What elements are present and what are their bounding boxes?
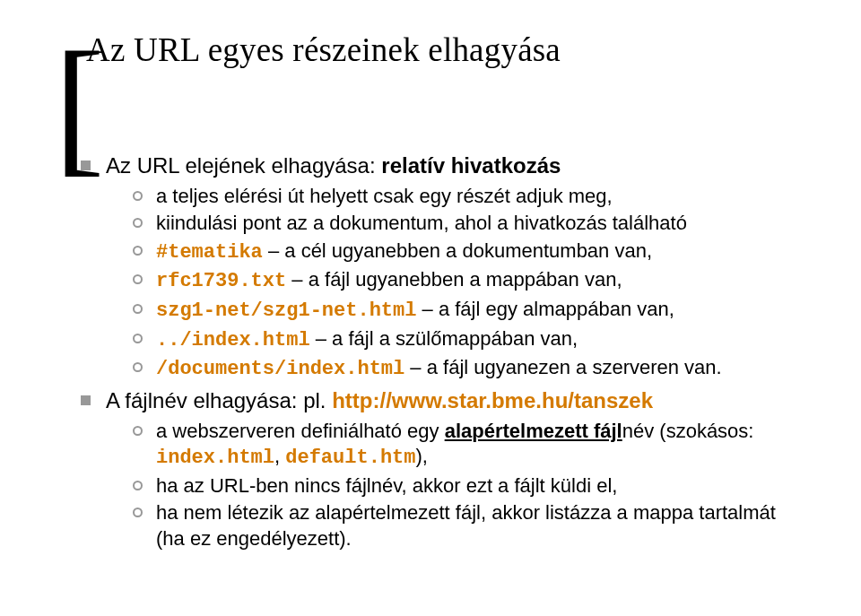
- sub-item: ../index.html – a fájl a szülőmappában v…: [133, 326, 807, 354]
- sub-item: rfc1739.txt – a fájl ugyanebben a mappáb…: [133, 267, 807, 295]
- text-bold: relatív hivatkozás: [381, 153, 561, 178]
- sub-item: a webszerveren definiálható egy alapérte…: [133, 419, 807, 472]
- text: A fájlnév elhagyása: pl.: [106, 388, 332, 412]
- sub-item: szg1-net/szg1-net.html – a fájl egy alma…: [133, 297, 807, 325]
- text: – a fájl a szülőmappában van,: [310, 327, 578, 350]
- url-example: http://www.star.bme.hu/tanszek: [332, 388, 653, 412]
- content-list: Az URL elejének elhagyása: relatív hivat…: [81, 152, 807, 551]
- text: ,: [274, 445, 285, 467]
- code-fragment: default.htm: [285, 447, 415, 469]
- sub-item: #tematika – a cél ugyanebben a dokumentu…: [133, 239, 807, 266]
- code-fragment: rfc1739.txt: [156, 270, 286, 292]
- text: – a cél ugyanebben a dokumentumban van,: [263, 239, 652, 262]
- sub-item: ha nem létezik az alapértelmezett fájl, …: [133, 500, 807, 551]
- slide: [ Az URL egyes részeinek elhagyása Az UR…: [0, 0, 861, 551]
- text: ha nem létezik az alapértelmezett fájl, …: [156, 501, 776, 550]
- title-wrap: [ Az URL egyes részeinek elhagyása: [54, 25, 807, 132]
- code-fragment: ../index.html: [156, 329, 310, 351]
- code-fragment: index.html: [156, 447, 274, 469]
- text: kiindulási pont az a dokumentum, ahol a …: [156, 212, 687, 234]
- bracket-decoration: [: [54, 52, 93, 159]
- text: ),: [416, 445, 428, 467]
- code-fragment: /documents/index.html: [156, 358, 404, 380]
- sublist-relative: a teljes elérési út helyett csak egy rés…: [106, 184, 807, 383]
- text: – a fájl ugyanezen a szerveren van.: [404, 356, 721, 378]
- code-fragment: szg1-net/szg1-net.html: [156, 299, 416, 322]
- sub-item: /documents/index.html – a fájl ugyanezen…: [133, 355, 807, 383]
- text: – a fájl egy almappában van,: [416, 298, 674, 320]
- sub-item: kiindulási pont az a dokumentum, ahol a …: [133, 211, 807, 237]
- sublist-filename: a webszerveren definiálható egy alapérte…: [106, 419, 807, 552]
- text: a teljes elérési út helyett csak egy rés…: [156, 185, 613, 207]
- code-fragment: #tematika: [156, 241, 263, 264]
- text: Az URL elejének elhagyása:: [106, 153, 381, 178]
- bullet-filename-omit: A fájlnév elhagyása: pl. http://www.star…: [81, 386, 807, 552]
- text: – a fájl ugyanebben a mappában van,: [286, 268, 622, 291]
- sub-item: ha az URL-ben nincs fájlnév, akkor ezt a…: [133, 473, 807, 499]
- text: a webszerveren definiálható egy: [156, 420, 445, 442]
- sub-item: a teljes elérési út helyett csak egy rés…: [133, 184, 807, 210]
- text: név (szokásos:: [622, 420, 754, 442]
- text: ha az URL-ben nincs fájlnév, akkor ezt a…: [156, 474, 617, 497]
- bullet-relative-ref: Az URL elejének elhagyása: relatív hivat…: [81, 152, 807, 383]
- slide-title: Az URL egyes részeinek elhagyása: [86, 25, 561, 132]
- text-underline: alapértelmezett fájl: [445, 420, 622, 442]
